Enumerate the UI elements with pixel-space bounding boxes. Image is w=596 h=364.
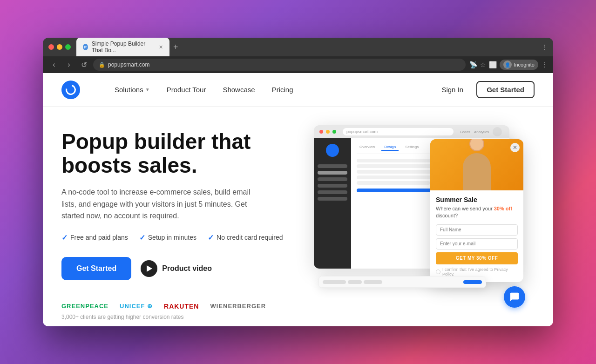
forward-button[interactable]: › xyxy=(63,59,74,70)
person-body xyxy=(463,153,491,190)
feature-label-3: No credit card required xyxy=(217,234,283,241)
mockup-row-5 xyxy=(357,181,430,185)
popup-email-input[interactable] xyxy=(436,238,518,249)
nav-links: Solutions ▼ Product Tour Showcase Pricin… xyxy=(108,83,434,96)
person-head xyxy=(469,139,484,151)
url-text: popupsmart.com xyxy=(108,61,149,68)
toolbar-right: 📡 ☆ ⬜ 👤 Incognito ⋮ xyxy=(469,60,548,70)
browser-menu-dots-icon[interactable]: ⋮ xyxy=(541,61,548,68)
chat-button[interactable] xyxy=(504,286,525,308)
bookmark-star-icon[interactable]: ☆ xyxy=(480,61,486,68)
check-icon-1: ✓ xyxy=(61,233,68,242)
hero-cta: Get Started Product video xyxy=(61,257,298,280)
mockup-sidebar xyxy=(314,138,351,269)
browser-menu-button[interactable]: ⋮ xyxy=(541,43,548,51)
sign-in-button[interactable]: Sign In xyxy=(434,82,471,97)
browser-titlebar: P Simple Popup Builder That Bo... ✕ + ⋮ xyxy=(43,38,553,56)
back-button[interactable]: ‹ xyxy=(48,59,60,70)
tab-close-button[interactable]: ✕ xyxy=(159,44,163,50)
refresh-button[interactable]: ↺ xyxy=(78,59,89,70)
popup-checkbox[interactable] xyxy=(436,270,440,274)
browser-toolbar: ‹ › ↺ 🔒 popupsmart.com 📡 ☆ ⬜ 👤 Incognito… xyxy=(43,56,553,73)
chat-icon xyxy=(509,292,520,302)
nav-showcase[interactable]: Showcase xyxy=(216,83,261,96)
browser-window: P Simple Popup Builder That Bo... ✕ + ⋮ … xyxy=(43,38,553,326)
popup-name-input[interactable] xyxy=(436,224,518,236)
brand-logos: GREENPEACE unicef ⊕ Rakuten wienerberger xyxy=(61,303,298,310)
logo[interactable] xyxy=(61,81,80,99)
mockup-browser-bar: popupsmart.com Leads Analytics xyxy=(314,125,509,138)
mockup-dot-yellow xyxy=(326,130,330,134)
mockup-sidebar-item-6 xyxy=(318,197,347,201)
minimize-dot[interactable] xyxy=(57,44,62,50)
check-icon-2: ✓ xyxy=(139,233,145,242)
close-dot[interactable] xyxy=(48,44,54,50)
get-started-hero-button[interactable]: Get Started xyxy=(61,257,131,280)
editor-toolbar xyxy=(319,276,486,288)
address-bar[interactable]: 🔒 popupsmart.com xyxy=(93,59,466,71)
get-started-nav-button[interactable]: Get Started xyxy=(476,81,535,98)
mockup-leads-tab: Leads xyxy=(460,130,470,134)
brand-unicef: unicef ⊕ xyxy=(120,303,153,310)
brand-greenpeace: GREENPEACE xyxy=(61,303,108,310)
brand-rakuten: Rakuten xyxy=(164,303,199,310)
hero-left: Popup builder that boosts sales. A no-co… xyxy=(61,125,298,317)
hero-features: ✓ Free and paid plans ✓ Setup in minutes… xyxy=(61,233,298,242)
cast-icon[interactable]: 📡 xyxy=(469,61,477,68)
brands-subtitle: 3,000+ clients are getting higher conver… xyxy=(61,314,298,320)
nav-solutions[interactable]: Solutions ▼ xyxy=(108,83,156,96)
popup-checkbox-row: I confirm that I've agreed to Privacy Po… xyxy=(436,267,518,276)
active-tab[interactable]: P Simple Popup Builder That Bo... ✕ xyxy=(76,38,169,56)
product-mockup: popupsmart.com Leads Analytics xyxy=(314,125,519,274)
feature-label-1: Free and paid plans xyxy=(70,234,128,241)
hero-right: popupsmart.com Leads Analytics xyxy=(298,125,535,317)
mockup-sidebar-item-2 xyxy=(318,171,347,175)
popup-close-button[interactable]: ✕ xyxy=(510,143,520,152)
video-button-label: Product video xyxy=(162,264,212,273)
browser-controls: ⋮ xyxy=(541,43,548,51)
mockup-sidebar-item-4 xyxy=(318,184,347,188)
logo-circle xyxy=(64,82,78,96)
popup-discount: 30% off xyxy=(494,206,512,211)
incognito-label: Incognito xyxy=(514,62,535,67)
editor-bar-item-2 xyxy=(348,280,362,284)
hero-title: Popup builder that boosts sales. xyxy=(61,130,298,177)
new-tab-button[interactable]: + xyxy=(169,42,182,52)
chevron-down-icon: ▼ xyxy=(145,87,150,92)
nav-actions: Sign In Get Started xyxy=(434,81,535,98)
popup-image xyxy=(430,139,523,190)
popup-text-area: Summer Sale Where can we send your 30% o… xyxy=(430,190,523,282)
feature-setup: ✓ Setup in minutes xyxy=(139,233,196,242)
editor-bar-item-3 xyxy=(364,280,382,284)
play-triangle-icon xyxy=(147,265,152,272)
nav-product-tour[interactable]: Product Tour xyxy=(160,83,213,96)
main-nav: Solutions ▼ Product Tour Showcase Pricin… xyxy=(43,73,553,107)
maximize-dot[interactable] xyxy=(65,44,71,50)
logo-icon xyxy=(61,81,80,99)
mockup-url-bar: popupsmart.com xyxy=(343,128,454,135)
feature-free-plans: ✓ Free and paid plans xyxy=(61,233,128,242)
mockup-analytics-tab: Analytics xyxy=(474,130,489,134)
extensions-icon[interactable]: ⬜ xyxy=(489,61,497,68)
mockup-tab-1: Overview xyxy=(357,144,378,151)
feature-no-card: ✓ No credit card required xyxy=(208,233,283,242)
browser-tab-bar: P Simple Popup Builder That Bo... ✕ + xyxy=(76,38,541,56)
editor-save-indicator xyxy=(463,280,482,284)
tab-title: Simple Popup Builder That Bo... xyxy=(92,40,153,54)
website-content: Solutions ▼ Product Tour Showcase Pricin… xyxy=(43,73,553,326)
brand-wienerberger: wienerberger xyxy=(210,303,266,310)
mockup-sidebar-item-5 xyxy=(318,190,347,194)
mockup-sidebar-item-1 xyxy=(318,164,347,168)
incognito-avatar: 👤 xyxy=(503,61,512,69)
mockup-sidebar-logo xyxy=(326,144,339,157)
browser-dots xyxy=(48,44,71,50)
nav-pricing[interactable]: Pricing xyxy=(265,83,300,96)
lock-icon: 🔒 xyxy=(99,62,105,68)
popup-cta-button[interactable]: GET MY 30% OFF xyxy=(436,252,518,264)
hero-section: Popup builder that boosts sales. A no-co… xyxy=(43,107,553,326)
product-video-button[interactable]: Product video xyxy=(141,260,212,277)
mockup-tab-2: Design xyxy=(381,144,399,151)
mockup-editor-bar xyxy=(318,276,486,288)
popup-checkbox-label: I confirm that I've agreed to Privacy Po… xyxy=(442,267,518,276)
editor-bar-item-1 xyxy=(323,280,346,284)
